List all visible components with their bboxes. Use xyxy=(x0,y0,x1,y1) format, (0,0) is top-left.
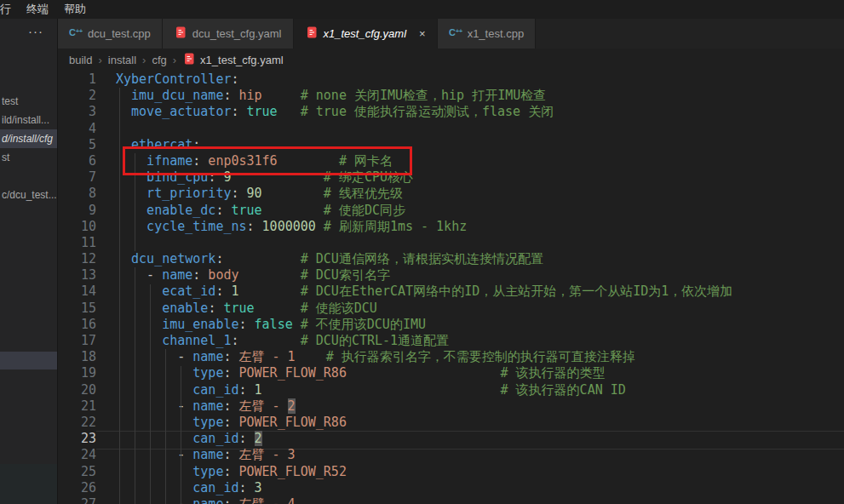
code-token: 1000000 xyxy=(255,219,316,234)
line-number-11[interactable]: 11 xyxy=(58,235,96,251)
line-number-7[interactable]: 7 xyxy=(58,169,96,186)
tab-x1-test-cfg-yaml[interactable]: x1_test_cfg.yaml× xyxy=(294,19,438,49)
menu-item-3[interactable]: 帮助 xyxy=(56,2,94,17)
breadcrumb-segment-install[interactable]: install xyxy=(108,54,136,66)
line-number-22[interactable]: 22 xyxy=(58,415,96,431)
sidebar-item-5[interactable]: c/dcu_test... xyxy=(0,186,57,204)
breadcrumb-file[interactable]: x1_test_cfg.yaml xyxy=(182,52,284,68)
comment-token: # true 使能执行器运动测试，flase 关闭 xyxy=(278,104,554,119)
line-number-19[interactable]: 19 xyxy=(58,365,96,381)
code-token: dcu_network xyxy=(116,251,215,266)
code-line-9: enable_dc: true # 使能DC同步 xyxy=(116,203,732,219)
code-line-27: - name: 左臂 - 4 xyxy=(116,496,732,504)
line-number-1[interactable]: 1 xyxy=(58,72,96,88)
indent-guide-1 xyxy=(119,88,120,504)
line-number-10[interactable]: 10 xyxy=(58,219,96,235)
code-token: enable xyxy=(116,301,208,316)
line-number-24[interactable]: 24 xyxy=(58,447,96,463)
code-token: : xyxy=(239,431,247,446)
code-token: name xyxy=(192,447,223,462)
code-token: : xyxy=(231,72,238,87)
sidebar-item-1[interactable]: test xyxy=(0,92,57,111)
code-token: ecat_id xyxy=(116,284,215,299)
breadcrumb-segment-cfg[interactable]: cfg xyxy=(152,54,166,66)
tab-label: x1_test_cfg.yaml xyxy=(324,27,407,40)
code-token: POWER_FLOW_R86 xyxy=(231,415,346,430)
indent-guide-6 xyxy=(181,366,181,504)
line-number-14[interactable]: 14 xyxy=(58,284,96,300)
chevron-right-icon: › xyxy=(142,54,146,66)
line-number-8[interactable]: 8 xyxy=(58,186,96,202)
code-token: - xyxy=(116,349,192,364)
comment-token: # DCU的CTRL-1通道配置 xyxy=(239,333,450,348)
yaml-file-icon xyxy=(182,52,196,68)
line-number-gutter[interactable]: 1234567891011121314151617181920212223242… xyxy=(58,72,96,504)
code-token: true xyxy=(223,203,261,218)
code-line-14: ecat_id: 1 # DCU在EtherCAT网络中的ID，从主站开始，第一… xyxy=(116,284,732,300)
code-line-16: imu_enable: false # 不使用该DCU的IMU xyxy=(116,317,732,333)
code-line-3: move_actuator: true # true 使能执行器运动测试，fla… xyxy=(116,104,732,120)
code-line-21: - name: 左臂 - 2 xyxy=(116,398,732,415)
code-token: : xyxy=(231,186,238,201)
svg-text:++: ++ xyxy=(76,28,83,34)
code-token: 2 xyxy=(288,398,296,414)
line-number-17[interactable]: 17 xyxy=(58,333,96,349)
breadcrumb-file-name: x1_test_cfg.yaml xyxy=(200,54,284,66)
sidebar-item-2[interactable]: ild/install... xyxy=(0,111,57,129)
line-number-26[interactable]: 26 xyxy=(58,480,96,496)
code-token xyxy=(247,431,255,446)
menu-item-2[interactable]: 终端 xyxy=(19,2,56,17)
line-number-9[interactable]: 9 xyxy=(58,203,96,219)
code-token: move_actuator xyxy=(116,104,231,119)
line-number-6[interactable]: 6 xyxy=(58,153,96,169)
comment-token: # DCU索引名字 xyxy=(239,267,390,283)
code-line-15: enable: true # 使能该DCU xyxy=(116,301,732,317)
more-actions-icon[interactable]: ··· xyxy=(28,24,43,38)
code-token: 1 xyxy=(223,284,238,299)
chevron-right-icon: › xyxy=(173,54,176,66)
line-number-23[interactable]: 23 xyxy=(58,431,96,447)
code-token: enable_dc xyxy=(116,203,215,218)
code-token: 2 xyxy=(255,431,262,446)
code-token: name xyxy=(192,496,223,504)
code-token: name xyxy=(162,267,192,283)
code-editor[interactable]: 1234567891011121314151617181920212223242… xyxy=(58,71,844,504)
indent-guide-5 xyxy=(165,349,166,504)
line-number-20[interactable]: 20 xyxy=(58,382,96,398)
yaml-file-icon xyxy=(305,26,319,42)
tab-dcu-test-cpp[interactable]: C++dcu_test.cpp xyxy=(58,19,163,49)
line-number-15[interactable]: 15 xyxy=(58,301,96,317)
tab-x1-test-cpp[interactable]: C++x1_test.cpp xyxy=(438,19,537,49)
code-token: XyberController xyxy=(116,72,231,87)
close-icon[interactable]: × xyxy=(419,27,426,40)
line-number-3[interactable]: 3 xyxy=(58,104,96,120)
tab-dcu-test-cfg-yaml[interactable]: dcu_test_cfg.yaml xyxy=(163,19,294,49)
line-number-25[interactable]: 25 xyxy=(58,464,96,480)
line-number-21[interactable]: 21 xyxy=(58,398,96,415)
comment-token: # 使能该DCU xyxy=(255,301,377,316)
tab-label: x1_test.cpp xyxy=(468,27,525,40)
line-number-12[interactable]: 12 xyxy=(58,251,96,267)
menu-item-1[interactable]: 行 xyxy=(0,2,19,17)
svg-text:C: C xyxy=(449,27,456,37)
line-number-5[interactable]: 5 xyxy=(58,137,96,153)
comment-token: # 该执行器的类型 xyxy=(347,365,606,381)
code-token: 左臂 - xyxy=(231,398,287,414)
breadcrumb-segment-build[interactable]: build xyxy=(69,54,92,66)
line-number-2[interactable]: 2 xyxy=(58,88,96,104)
code-line-18: - name: 左臂 - 1 # 执行器索引名字，不需要控制的执行器可直接注释掉 xyxy=(116,349,732,365)
code-token: 左臂 - 4 xyxy=(231,496,295,504)
code-token: : xyxy=(192,267,200,283)
code-line-24: - name: 左臂 - 3 xyxy=(116,447,732,463)
sidebar-item-3[interactable]: d/install/cfg xyxy=(0,129,57,148)
code-token: channel_1 xyxy=(116,333,231,348)
line-number-16[interactable]: 16 xyxy=(58,317,96,333)
line-number-27[interactable]: 27 xyxy=(58,496,96,504)
line-number-4[interactable]: 4 xyxy=(58,121,96,137)
code-line-22: type: POWER_FLOW_R86 xyxy=(116,415,732,431)
sidebar-selected-empty-row[interactable] xyxy=(0,352,57,369)
line-number-18[interactable]: 18 xyxy=(58,349,96,365)
sidebar-item-4[interactable]: st xyxy=(0,148,57,167)
comment-token: # 执行器索引名字，不需要控制的执行器可直接注释掉 xyxy=(296,349,635,364)
line-number-13[interactable]: 13 xyxy=(58,267,96,284)
